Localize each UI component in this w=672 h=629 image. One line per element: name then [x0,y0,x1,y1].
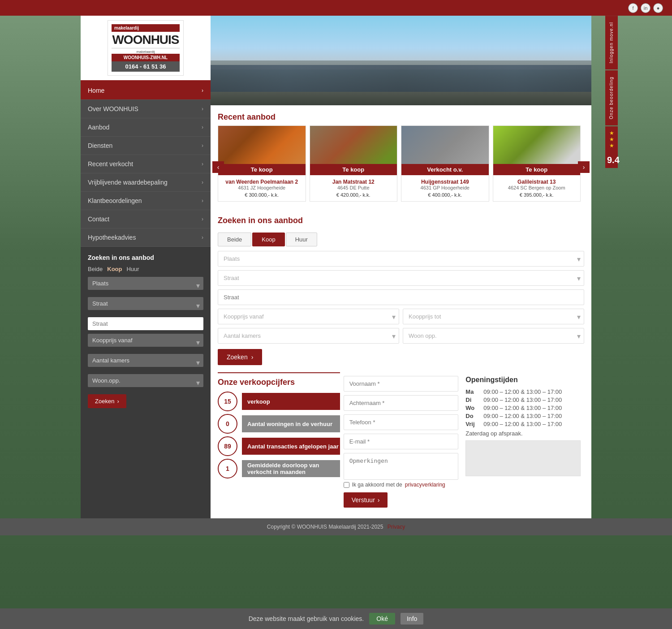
beoordeling-bar[interactable]: Onze beoordeling [605,70,618,125]
inloggen-bar[interactable]: Inloggen move.nl [605,16,618,69]
nav-label-klant: Klantbeoordelingen [88,197,142,204]
submit-btn-label: Verstuur [352,496,375,504]
property-card-0[interactable]: Te koop van Weerden Poelmanlaan 2 4631 J… [218,125,306,202]
property-img-2: Verkocht o.v. [401,126,489,175]
footer-privacy-link[interactable]: Privacy [388,524,405,530]
sidebar-search-title: Zoeken in ons aanbod [88,254,203,261]
property-img-0: Te koop [218,126,306,175]
search-kamers-select[interactable]: Aantal kamers [218,328,399,344]
nav-label-over: Over WOONHUIS [88,105,138,112]
open-day-wo: Wo [465,405,479,411]
sidebar-plaats-wrap: Plaats [88,277,203,293]
open-hours-wo: 09:00 – 12:00 & 13:00 – 17:00 [483,405,562,411]
nav-label-recent: Recent verkocht [88,160,133,168]
open-row-vrij: Vrij 09:00 – 12:00 & 13:00 – 17:00 [465,421,581,427]
logo-phone: 0164 - 61 51 36 [112,61,180,72]
privacy-text: Ik ga akkoord met de [352,482,402,488]
property-info-2: Huijgensstraat 149 4631 GP Hoogerheide €… [401,175,489,201]
sidebar-kamers-select[interactable]: Aantal kamers [88,354,203,367]
open-day-do: Do [465,413,479,419]
facebook-icon[interactable]: f [628,3,638,13]
sidebar-type-beide[interactable]: Beide [88,266,103,272]
stat-circle-1: 0 [218,414,237,434]
property-img-3: Te koop [493,126,581,175]
sidebar-type-huur[interactable]: Huur [126,266,139,272]
property-status-0: Te koop [218,164,306,175]
sidebar-koopprijs-select[interactable]: Koopprijs vanaf [88,334,203,347]
search-woon-select[interactable]: Woon opp. [403,328,584,344]
submit-btn-arrow: › [378,496,380,504]
cookie-info-btn[interactable]: Info [401,613,423,625]
sidebar-straat-select[interactable]: Straat [88,297,203,310]
stat-bar-2: Aantal transacties afgelopen jaar [242,438,340,455]
nav-item-over[interactable]: Over WOONHUIS › [81,100,211,118]
search-row-price: Koopprijs vanaf Koopprijs tot [218,309,584,324]
search-plaats-select[interactable]: Plaats [218,251,584,267]
search-woon-wrap: Woon opp. [403,328,584,344]
search-kpvanaf-select[interactable]: Koopprijs vanaf [218,309,399,324]
carousel-prev-btn[interactable]: ‹ [212,161,224,173]
telefoon-input[interactable] [344,414,459,430]
search-straat-select[interactable]: Straat [218,270,584,286]
voornaam-input[interactable] [344,376,459,392]
achternaam-input[interactable] [344,395,459,411]
nav-item-klant[interactable]: Klantbeoordelingen › [81,192,211,210]
property-status-3: Te koop [493,164,581,175]
search-kptot-select[interactable]: Koopprijs tot [403,309,584,324]
open-row-di: Di 09:00 – 12:00 & 13:00 – 17:00 [465,396,581,403]
search-straat-input[interactable] [218,289,584,305]
nav-item-home[interactable]: Home › [81,82,211,100]
search-kamers-wrap: Aantal kamers [218,328,399,344]
opmerkingen-textarea[interactable] [344,453,459,480]
nav-item-aanbod[interactable]: Aanbod › [81,118,211,137]
nav-item-diensten[interactable]: Diensten › [81,137,211,155]
sidebar-woon-select[interactable]: Woon.opp. [88,374,203,387]
property-card-2[interactable]: Verkocht o.v. Huijgensstraat 149 4631 GP… [401,125,489,202]
carousel-next-btn[interactable]: › [578,161,590,173]
open-row-do: Do 09:00 – 12:00 & 13:00 – 17:00 [465,413,581,419]
sidebar-lower-selects: Aantal kamers Woon.opp. [88,354,203,391]
nav-item-recent[interactable]: Recent verkocht › [81,155,211,173]
property-price-1: € 420.000,- k.k. [314,192,394,198]
sidebar-type-koop[interactable]: Koop [107,266,122,272]
search-tab-huur[interactable]: Huur [286,233,317,246]
nav-item-hypotheek[interactable]: Hypotheekadvies › [81,228,211,247]
star-icons: ★★★ [607,130,616,149]
submit-btn[interactable]: Verstuur › [344,492,388,508]
top-bar-left [0,0,130,16]
property-address-0: van Weerden Poelmanlaan 2 [222,179,302,185]
sidebar-search-btn-label: Zoeken [95,398,114,405]
search-tab-koop[interactable]: Koop [252,233,284,246]
openingstijden-title: Openingstijden [465,376,581,384]
search-tab-beide[interactable]: Beide [218,233,251,246]
sidebar-straat-input[interactable] [88,317,203,330]
linkedin-icon[interactable]: in [641,3,650,13]
property-info-3: Galileistraat 13 4624 SC Bergen op Zoom … [493,175,581,201]
recent-aanbod-title: Recent aanbod [211,105,591,125]
nav-item-vrij[interactable]: Vrijblijvende waardebepaling › [81,173,211,192]
bottom-content-grid: Onze verkoopcijfers 15 verkoop 0 Aantal … [211,372,591,518]
logo-sub: makelaardij [112,48,180,54]
cookie-ok-btn[interactable]: Oké [369,613,395,625]
property-card-1[interactable]: Te koop Jan Matstraat 12 4645 DE Putte €… [310,125,398,202]
property-address-2: Huijgensstraat 149 [405,179,485,185]
instagram-icon[interactable]: ● [653,3,663,13]
search-main-btn[interactable]: Zoeken › [218,349,262,365]
logo-website[interactable]: WOONHUIS-ZWH.NL [112,54,180,61]
open-day-ma: Ma [465,388,479,395]
privacy-link[interactable]: privacyverklaring [405,482,445,488]
logo-tagline: makelaardij [112,24,180,32]
stat-circle-3: 1 [218,459,237,478]
nav-item-contact[interactable]: Contact › [81,210,211,228]
property-address-3: Galileistraat 13 [497,179,577,185]
property-card-3[interactable]: Te koop Galileistraat 13 4624 SC Bergen … [493,125,581,202]
sidebar-plaats-select[interactable]: Plaats [88,277,203,290]
privacy-checkbox[interactable] [344,482,349,488]
open-row-ma: Ma 09:00 – 12:00 & 13:00 – 17:00 [465,388,581,395]
stat-bar-0: verkoop [242,393,340,410]
stat-row-2: 89 Aantal transacties afgelopen jaar [218,436,340,456]
property-price-3: € 395.000,- k.k. [497,192,577,198]
email-input[interactable] [344,434,459,449]
sidebar-search-btn[interactable]: Zoeken › [88,394,126,408]
property-info-1: Jan Matstraat 12 4645 DE Putte € 420.000… [310,175,397,201]
